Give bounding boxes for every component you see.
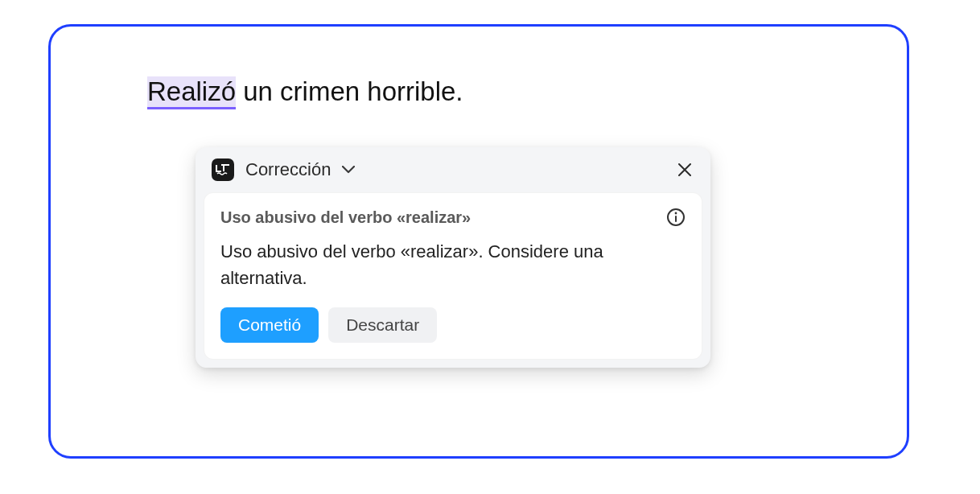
popup-title: Corrección [245, 159, 331, 180]
chevron-down-icon[interactable] [342, 166, 355, 174]
languagetool-icon [212, 158, 234, 181]
dismiss-button[interactable]: Descartar [328, 307, 437, 343]
rule-header: Uso abusivo del verbo «realizar» [220, 208, 686, 227]
rule-description: Uso abusivo del verbo «realizar». Consid… [220, 238, 686, 291]
svg-point-1 [675, 212, 677, 215]
suggestion-button[interactable]: Cometió [220, 307, 319, 343]
svg-rect-2 [675, 216, 677, 222]
correction-popup: Corrección Uso abusivo del verbo «realiz… [196, 147, 710, 368]
close-icon[interactable] [675, 160, 694, 179]
rule-title: Uso abusivo del verbo «realizar» [220, 208, 471, 227]
sentence: Realizó un crimen horrible. [147, 75, 810, 109]
action-buttons: Cometió Descartar [220, 307, 686, 343]
popup-body: Uso abusivo del verbo «realizar» Uso abu… [204, 192, 702, 360]
popup-header: Corrección [196, 147, 710, 192]
highlighted-word[interactable]: Realizó [147, 76, 236, 109]
sentence-rest: un crimen horrible. [236, 76, 463, 106]
text-editor-frame: Realizó un crimen horrible. Corrección U… [48, 24, 909, 459]
info-icon[interactable] [666, 208, 686, 227]
